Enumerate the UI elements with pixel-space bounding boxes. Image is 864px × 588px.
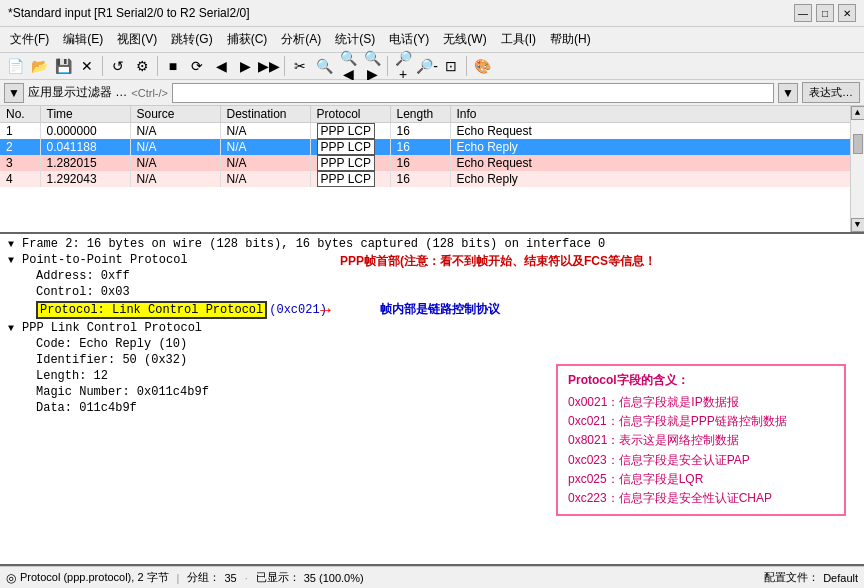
- detail-ppp-line[interactable]: ▼ Point-to-Point Protocol PPP帧首部(注意：看不到帧…: [0, 252, 864, 268]
- annotation-item-4: pxc025：信息字段是LQR: [568, 470, 834, 489]
- table-row[interactable]: 41.292043N/AN/APPP LCP16Echo Reply: [0, 171, 864, 187]
- detail-lcp-line[interactable]: ▼ PPP Link Control Protocol: [0, 320, 864, 336]
- scroll-thumb[interactable]: [853, 134, 863, 154]
- table-row[interactable]: 20.041188N/AN/APPP LCP16Echo Reply: [0, 139, 864, 155]
- table-cell: N/A: [130, 155, 220, 171]
- table-cell: N/A: [220, 139, 310, 155]
- ctrl-text: Control: 0x03: [36, 285, 130, 299]
- title-bar-controls[interactable]: — □ ✕: [794, 4, 856, 22]
- filter-shortcut: <Ctrl-/>: [131, 87, 168, 99]
- table-cell: 3: [0, 155, 40, 171]
- colorize-button[interactable]: 🎨: [471, 55, 493, 77]
- sep-3: [284, 56, 285, 76]
- table-cell: N/A: [130, 171, 220, 187]
- menu-phone[interactable]: 电话(Y): [383, 29, 435, 50]
- close-button[interactable]: ✕: [838, 4, 856, 22]
- stop-button[interactable]: ■: [162, 55, 184, 77]
- menu-capture[interactable]: 捕获(C): [221, 29, 274, 50]
- table-row[interactable]: 10.000000N/AN/APPP LCP16Echo Request: [0, 123, 864, 140]
- filter-label: 应用显示过滤器 …: [28, 84, 127, 101]
- annotation-item-1: 0xc021：信息字段就是PPP链路控制数据: [568, 412, 834, 431]
- annotation-item-2: 0x8021：表示这是网络控制数据: [568, 431, 834, 450]
- id-text: Identifier: 50 (0x32): [36, 353, 187, 367]
- table-cell: Echo Reply: [450, 171, 864, 187]
- col-header-time[interactable]: Time: [40, 106, 130, 123]
- normal-size-button[interactable]: ⊡: [440, 55, 462, 77]
- new-button[interactable]: 📄: [4, 55, 26, 77]
- cut-button[interactable]: ✂: [289, 55, 311, 77]
- table-row[interactable]: 31.282015N/AN/APPP LCP16Echo Request: [0, 155, 864, 171]
- detail-frame-line[interactable]: ▼ Frame 2: 16 bytes on wire (128 bits), …: [0, 236, 864, 252]
- find-next-btn[interactable]: 🔍▶: [361, 55, 383, 77]
- table-cell: N/A: [220, 155, 310, 171]
- filter-input[interactable]: [172, 83, 774, 103]
- table-cell: 1: [0, 123, 40, 140]
- length-text: Length: 12: [36, 369, 108, 383]
- table-cell: 1.282015: [40, 155, 130, 171]
- col-header-no[interactable]: No.: [0, 106, 40, 123]
- col-header-source[interactable]: Source: [130, 106, 220, 123]
- scroll-down[interactable]: ▼: [851, 218, 865, 232]
- title-bar: *Standard input [R1 Serial2/0 to R2 Seri…: [0, 0, 864, 27]
- detail-code-line[interactable]: Code: Echo Reply (10): [0, 336, 864, 352]
- frame-text: Frame 2: 16 bytes on wire (128 bits), 16…: [22, 237, 605, 251]
- minimize-button[interactable]: —: [794, 4, 812, 22]
- expand-ppp-icon[interactable]: ▼: [8, 255, 22, 266]
- table-cell: PPP LCP: [310, 123, 390, 140]
- menu-tools[interactable]: 工具(I): [495, 29, 542, 50]
- menu-go[interactable]: 跳转(G): [165, 29, 218, 50]
- scroll-up[interactable]: ▲: [851, 106, 865, 120]
- menu-file[interactable]: 文件(F): [4, 29, 55, 50]
- packet-scrollbar[interactable]: ▲ ▼: [850, 106, 864, 232]
- filter-dropdown[interactable]: ▼: [778, 83, 798, 103]
- open-button[interactable]: 📂: [28, 55, 50, 77]
- detail-panel: ▼ Frame 2: 16 bytes on wire (128 bits), …: [0, 234, 864, 566]
- reload-button[interactable]: ↺: [107, 55, 129, 77]
- col-header-info[interactable]: Info: [450, 106, 864, 123]
- zoom-in-button[interactable]: 🔎+: [392, 55, 414, 77]
- table-cell: 2: [0, 139, 40, 155]
- menu-analyze[interactable]: 分析(A): [275, 29, 327, 50]
- maximize-button[interactable]: □: [816, 4, 834, 22]
- table-cell: Echo Request: [450, 155, 864, 171]
- annotation-box-title: Protocol字段的含义：: [568, 372, 834, 389]
- detail-address-line[interactable]: Address: 0xff: [0, 268, 864, 284]
- addr-text: Address: 0xff: [36, 269, 130, 283]
- menu-bar: 文件(F) 编辑(E) 视图(V) 跳转(G) 捕获(C) 分析(A) 统计(S…: [0, 27, 864, 53]
- filter-bookmark[interactable]: ▼: [4, 83, 24, 103]
- table-cell: 0.000000: [40, 123, 130, 140]
- expression-button[interactable]: 表达式…: [802, 82, 860, 103]
- table-cell: 16: [390, 139, 450, 155]
- menu-edit[interactable]: 编辑(E): [57, 29, 109, 50]
- capture-opts-button[interactable]: ⚙: [131, 55, 153, 77]
- ff-button[interactable]: ▶▶: [258, 55, 280, 77]
- find-prev-btn[interactable]: 🔍◀: [337, 55, 359, 77]
- menu-wireless[interactable]: 无线(W): [437, 29, 492, 50]
- find-button[interactable]: 🔍: [313, 55, 335, 77]
- menu-view[interactable]: 视图(V): [111, 29, 163, 50]
- restart-button[interactable]: ⟳: [186, 55, 208, 77]
- detail-protocol-line[interactable]: Protocol: Link Control Protocol (0xc021)…: [0, 300, 864, 320]
- data-text: Data: 011c4b9f: [36, 401, 137, 415]
- sep-status-1: |: [177, 572, 180, 584]
- col-header-length[interactable]: Length: [390, 106, 450, 123]
- status-bar: ◎ Protocol (ppp.protocol), 2 字节 | 分组： 35…: [0, 566, 864, 588]
- save-button[interactable]: 💾: [52, 55, 74, 77]
- menu-stats[interactable]: 统计(S): [329, 29, 381, 50]
- table-cell: 0.041188: [40, 139, 130, 155]
- close-button-tb[interactable]: ✕: [76, 55, 98, 77]
- proto-field-text: Protocol (ppp.protocol), 2 字节: [20, 570, 169, 585]
- detail-control-line[interactable]: Control: 0x03: [0, 284, 864, 300]
- packet-list[interactable]: No. Time Source Destination Protocol Len…: [0, 106, 864, 234]
- expand-lcp-icon[interactable]: ▼: [8, 323, 22, 334]
- magic-text: Magic Number: 0x011c4b9f: [36, 385, 209, 399]
- next-button[interactable]: ▶: [234, 55, 256, 77]
- col-header-destination[interactable]: Destination: [220, 106, 310, 123]
- prev-button[interactable]: ◀: [210, 55, 232, 77]
- zoom-out-button[interactable]: 🔎-: [416, 55, 438, 77]
- annotation-item-5: 0xc223：信息字段是安全性认证CHAP: [568, 489, 834, 508]
- expand-frame-icon[interactable]: ▼: [8, 239, 22, 250]
- menu-help[interactable]: 帮助(H): [544, 29, 597, 50]
- annotation-protocol-box: Protocol字段的含义： 0x0021：信息字段就是IP数据报 0xc021…: [556, 364, 846, 516]
- col-header-protocol[interactable]: Protocol: [310, 106, 390, 123]
